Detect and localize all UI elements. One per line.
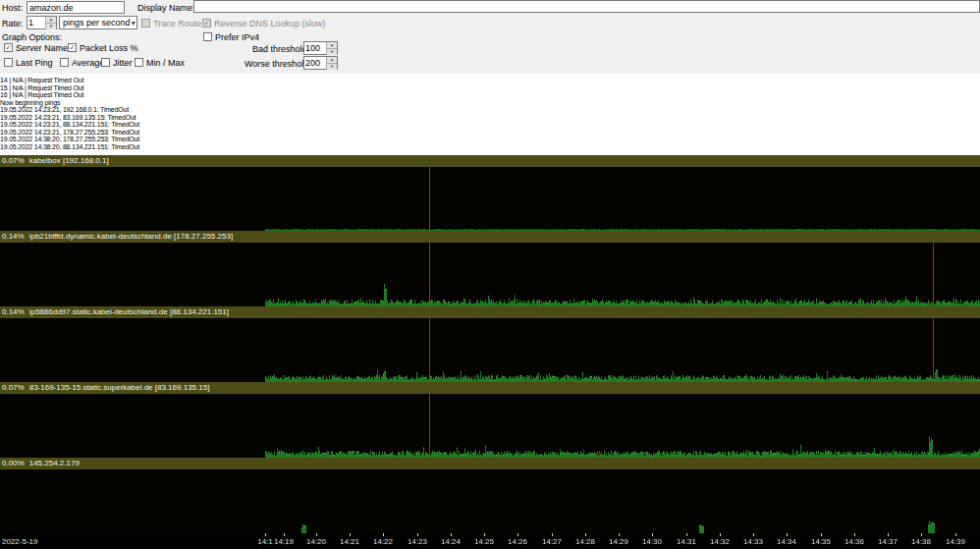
log-line: 15 | N/A | Request Timed Out: [0, 84, 980, 92]
rate-stepper[interactable]: ▲ ▼: [27, 16, 57, 29]
axis-tick-mark: [484, 533, 485, 536]
bad-threshold-spinner[interactable]: ▲ ▼: [326, 42, 337, 54]
axis-tick-mark: [316, 533, 317, 536]
axis-tick-label: 14:29: [609, 537, 628, 546]
ping-graph-canvas[interactable]: [0, 394, 980, 458]
worse-threshold-stepper[interactable]: ▲ ▼: [303, 56, 338, 70]
worse-threshold-input[interactable]: [304, 57, 326, 69]
ping-graph-canvas[interactable]: [0, 318, 980, 382]
dropdown-arrow-icon: ▾: [131, 19, 136, 27]
ping-graph-canvas[interactable]: [0, 167, 980, 231]
axis-tick-label: 14:35: [811, 537, 831, 546]
graph-strip[interactable]: 0.14%ipb21bfffd.dynamic.kabel-deutschlan…: [0, 231, 980, 306]
spinner-down-icon[interactable]: ▼: [326, 63, 337, 70]
bad-threshold-stepper[interactable]: ▲ ▼: [303, 41, 338, 55]
axis-tick-label: 14:25: [474, 537, 494, 546]
average-checkbox[interactable]: Average: [60, 57, 104, 68]
checkbox-check-icon: ✓: [68, 43, 77, 52]
graph-header: 0.07%83-169-135-15.static.superkabel.de …: [0, 382, 980, 394]
log-line: Now beginning pings: [0, 99, 980, 107]
axis-tick-mark: [451, 533, 452, 536]
graph-options-label: Graph Options:: [2, 32, 62, 42]
graph-header: 0.07%kabelbox [192.168.0.1]: [0, 155, 980, 167]
axis-tick-label: 14:32: [710, 537, 730, 546]
axis-tick-label: 14:1: [257, 537, 273, 546]
ping-graph-canvas[interactable]: [0, 469, 980, 533]
axis-tick-mark: [350, 533, 351, 536]
axis-tick-label: 14:39: [946, 537, 965, 546]
rate-input[interactable]: [27, 17, 45, 28]
graph-strip[interactable]: 0.14%ip5886dd97.static.kabel-deutschland…: [0, 306, 980, 382]
axis-tick-label: 14:20: [306, 537, 326, 546]
axis-tick-mark: [552, 533, 553, 536]
prefer-ipv4-checkbox[interactable]: Prefer IPv4: [203, 31, 259, 42]
axis-tick-mark: [585, 533, 586, 536]
packet-loss-checkbox[interactable]: ✓ Packet Loss %: [68, 42, 138, 53]
axis-tick-mark: [787, 533, 788, 536]
ping-graph-canvas[interactable]: [0, 243, 980, 306]
axis-tick-label: 14:26: [508, 537, 527, 546]
controls-panel: Host: Display Name: Rate: ▲ ▼ pings per …: [0, 0, 980, 74]
checkbox-label: Min / Max: [146, 58, 185, 68]
host-input[interactable]: [27, 1, 125, 14]
reverse-dns-checkbox: ✓ Reverse DNS Lookup (slow): [202, 18, 326, 28]
checkbox-label: Server Names: [16, 43, 73, 53]
axis-tick-mark: [854, 533, 855, 536]
graph-strip[interactable]: 0.07%83-169-135-15.static.superkabel.de …: [0, 382, 980, 458]
rate-unit-value: pings per second: [63, 18, 131, 27]
min-max-checkbox[interactable]: Min / Max: [135, 57, 185, 68]
ping-log[interactable]: 14 | N/A | Request Timed Out15 | N/A | R…: [0, 74, 980, 155]
last-ping-checkbox[interactable]: Last Ping: [4, 57, 53, 68]
packet-loss-value: 0.14%: [2, 307, 25, 316]
spinner-down-icon[interactable]: ▼: [326, 48, 337, 55]
packet-loss-value: 0.07%: [2, 156, 25, 165]
checkbox-check-icon: ✓: [4, 43, 13, 52]
checkbox-box: [60, 58, 69, 67]
server-names-checkbox[interactable]: ✓ Server Names: [4, 42, 73, 53]
axis-tick-mark: [955, 533, 956, 536]
timeout-marker: [933, 243, 934, 382]
graph-strip[interactable]: 0.07%kabelbox [192.168.0.1]: [0, 155, 980, 231]
axis-tick-mark: [517, 533, 518, 536]
checkbox-label: Jitter: [113, 58, 133, 68]
axis-tick-label: 14:36: [844, 537, 864, 546]
bad-threshold-input[interactable]: [304, 42, 326, 54]
trace-route-checkbox: Trace Route: [141, 18, 201, 28]
axis-tick-label: 14:22: [373, 537, 393, 546]
hop-host-name: 83-169-135-15.static.superkabel.de [83.1…: [29, 383, 210, 392]
checkbox-label: Prefer IPv4: [215, 32, 259, 42]
axis-tick-label: 14:24: [441, 537, 461, 546]
axis-tick-mark: [619, 533, 620, 536]
graph-strip[interactable]: 0.00%145.254.2.179: [0, 458, 980, 533]
axis-tick-label: 14:28: [575, 537, 595, 546]
log-line: 19.05.2022 14:38:20, 178.27.255.253: Tim…: [0, 136, 980, 143]
host-label: Host:: [2, 3, 23, 13]
packet-loss-value: 0.14%: [2, 232, 25, 241]
rate-unit-select[interactable]: pings per second ▾: [59, 16, 137, 29]
bad-threshold-label: Bad threshold:: [252, 44, 309, 54]
axis-tick-label: 14:33: [743, 537, 763, 546]
rate-spinner[interactable]: ▲ ▼: [45, 17, 56, 28]
axis-tick-label: 14:30: [642, 537, 662, 546]
axis-tick-mark: [652, 533, 653, 536]
log-line: 19.05.2022 14:38:20, 88.134.221.151: Tim…: [0, 143, 980, 151]
hop-host-name: ip5886dd97.static.kabel-deutschland.de […: [29, 307, 229, 316]
timeout-marker: [429, 167, 430, 458]
display-name-input[interactable]: [193, 0, 980, 13]
axis-tick-mark: [753, 533, 754, 536]
axis-tick-label: 14:23: [408, 537, 427, 546]
checkbox-box: [4, 58, 13, 67]
axis-tick-mark: [383, 533, 384, 536]
checkbox-box: [141, 19, 150, 27]
worse-threshold-label: Worse threshold:: [245, 59, 311, 69]
pingtracer-window: Host: Display Name: Rate: ▲ ▼ pings per …: [0, 0, 980, 549]
axis-tick-label: 14:19: [274, 537, 294, 546]
worse-threshold-spinner[interactable]: ▲ ▼: [326, 57, 337, 69]
spinner-down-icon[interactable]: ▼: [45, 23, 56, 29]
checkbox-box: [101, 58, 110, 67]
graphs-area: 0.07%kabelbox [192.168.0.1]0.14%ipb21bff…: [0, 155, 980, 533]
jitter-checkbox[interactable]: Jitter: [101, 57, 133, 68]
axis-tick-label: 14:37: [878, 537, 898, 546]
rate-label: Rate:: [2, 19, 24, 28]
axis-tick-mark: [265, 533, 266, 536]
